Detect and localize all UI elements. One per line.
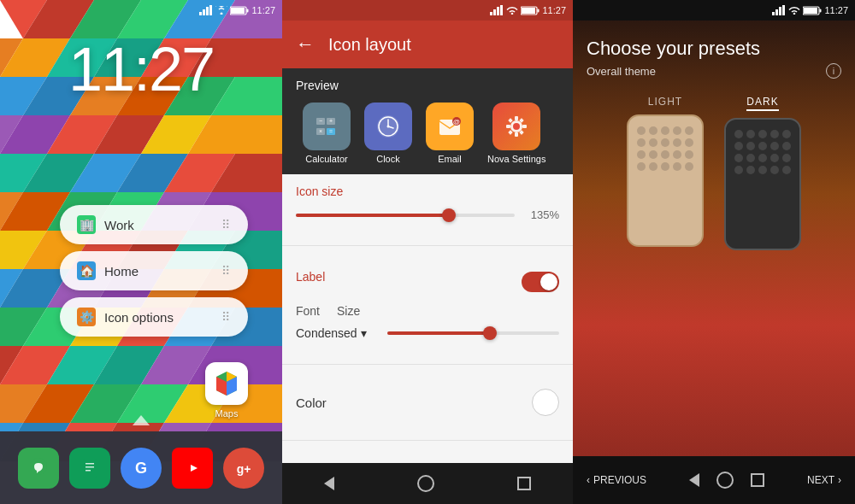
next-button[interactable]: NEXT › xyxy=(807,474,841,486)
sheets-dock-icon[interactable] xyxy=(69,448,110,489)
preset-dark-label: DARK xyxy=(746,96,778,111)
dark-phone-mockup xyxy=(724,118,801,250)
work-folder-dots: ⠿ xyxy=(221,218,231,231)
status-bar-p2: 11:27 xyxy=(282,0,573,21)
back-button[interactable]: ← xyxy=(296,33,315,56)
back-nav-icon-p3[interactable] xyxy=(689,473,699,487)
svg-rect-95 xyxy=(490,12,492,15)
wifi-icon xyxy=(215,6,227,15)
signal-icon-p3 xyxy=(772,5,786,15)
presets-inner: Choose your presets Overall theme i LIGH… xyxy=(587,38,841,250)
divider-3 xyxy=(282,440,573,441)
recents-nav-icon[interactable] xyxy=(517,477,531,490)
label-section: Label Font Size Condensed ▾ xyxy=(282,253,573,357)
dot xyxy=(758,154,767,162)
svg-rect-129 xyxy=(772,12,775,15)
font-size-thumb[interactable] xyxy=(483,326,497,340)
maps-app[interactable]: Maps xyxy=(205,362,248,419)
preset-dark[interactable]: DARK xyxy=(724,96,801,250)
svg-rect-136 xyxy=(820,9,822,12)
recents-nav-icon-p3[interactable] xyxy=(751,473,764,487)
svg-rect-87 xyxy=(86,463,94,465)
work-folder-label: Work xyxy=(104,218,213,232)
bottom-nav-p3: ‹ PREVIOUS NEXT › xyxy=(573,456,855,504)
home-folder-label: Home xyxy=(104,264,213,278)
back-nav-icon[interactable] xyxy=(324,477,334,490)
youtube-dock-icon[interactable] xyxy=(172,448,213,489)
dot xyxy=(782,130,791,138)
svg-rect-74 xyxy=(203,9,205,15)
dot xyxy=(746,154,755,162)
nav-bar-p2 xyxy=(282,463,573,504)
size-label: Size xyxy=(337,304,360,318)
svg-rect-101 xyxy=(522,8,535,14)
light-dot-grid xyxy=(634,123,697,174)
svg-rect-131 xyxy=(779,7,781,15)
svg-rect-75 xyxy=(206,7,209,15)
preview-nova-settings: Nova Settings xyxy=(487,103,545,164)
hangouts-dock-icon[interactable] xyxy=(18,448,59,489)
folder-home[interactable]: 🏠 Home ⠿ xyxy=(60,251,248,290)
preview-section: Preview −+×= Calculator Clock @ xyxy=(282,68,573,174)
signal-icon-p2 xyxy=(490,5,504,15)
status-time-p2: 11:27 xyxy=(542,5,566,15)
info-icon[interactable]: i xyxy=(826,63,841,79)
label-toggle[interactable] xyxy=(522,272,559,292)
icon-layout-panel: 11:27 ← Icon layout Preview −+×= Calcula… xyxy=(282,0,573,504)
svg-rect-135 xyxy=(804,8,817,14)
divider-2 xyxy=(282,364,573,365)
svg-rect-79 xyxy=(231,8,245,14)
folder-icon-options[interactable]: ⚙️ Icon options ⠿ xyxy=(60,297,248,337)
icon-size-thumb[interactable] xyxy=(442,208,456,222)
gplus-dock-icon[interactable]: g+ xyxy=(223,448,264,489)
icon-options-folder-dots: ⠿ xyxy=(221,310,231,324)
previous-button[interactable]: ‹ PREVIOUS xyxy=(587,474,646,486)
dot xyxy=(734,166,743,174)
status-time-p1: 11:27 xyxy=(251,5,275,15)
maps-icon xyxy=(205,362,248,405)
dot xyxy=(637,126,646,135)
svg-rect-76 xyxy=(209,5,212,15)
presets-content: Choose your presets Overall theme i LIGH… xyxy=(573,21,855,456)
dot xyxy=(661,138,669,147)
svg-point-99 xyxy=(511,13,514,15)
nova-settings-icon xyxy=(492,103,540,150)
chevron-left-icon: ‹ xyxy=(587,474,590,486)
dot xyxy=(661,150,669,159)
dot xyxy=(673,126,681,135)
presets-panel: 11:27 Choose your presets Overall theme … xyxy=(573,0,855,504)
font-size-track[interactable] xyxy=(387,331,559,335)
svg-rect-80 xyxy=(247,9,249,12)
font-dropdown-label: Condensed xyxy=(296,326,357,340)
dot xyxy=(637,150,646,159)
home-nav-icon[interactable] xyxy=(417,475,434,492)
battery-icon-p3 xyxy=(803,6,822,15)
work-folder-icon: 🏢 xyxy=(77,215,96,234)
email-label: Email xyxy=(438,154,462,164)
presets-options-row: LIGHT xyxy=(587,96,841,250)
icon-options-folder-icon: ⚙️ xyxy=(77,308,96,326)
overall-theme-label: Overall theme xyxy=(587,65,656,78)
preset-light[interactable]: LIGHT xyxy=(627,96,704,250)
google-dock-icon[interactable]: G xyxy=(121,448,162,489)
dot xyxy=(661,162,669,171)
font-dropdown[interactable]: Condensed ▾ xyxy=(296,326,367,340)
overall-theme-row: Overall theme i xyxy=(587,63,841,79)
home-time-display: 11:27 xyxy=(0,34,282,104)
preview-icons-row: −+×= Calculator Clock @ Email xyxy=(296,103,559,164)
shadow-section: Shadow xyxy=(282,448,573,463)
svg-text:G: G xyxy=(135,460,147,477)
svg-rect-73 xyxy=(199,12,202,15)
svg-rect-122 xyxy=(515,132,518,137)
svg-point-77 xyxy=(221,13,223,15)
battery-icon xyxy=(230,6,249,15)
svg-rect-102 xyxy=(538,9,540,12)
icon-size-track[interactable] xyxy=(296,214,515,217)
folder-work[interactable]: 🏢 Work ⠿ xyxy=(60,205,248,244)
maps-label: Maps xyxy=(215,408,239,419)
color-picker[interactable] xyxy=(532,389,559,416)
svg-rect-88 xyxy=(86,466,94,468)
svg-rect-124 xyxy=(522,125,527,128)
home-nav-icon-p3[interactable] xyxy=(716,472,734,489)
icon-size-title: Icon size xyxy=(296,185,559,198)
